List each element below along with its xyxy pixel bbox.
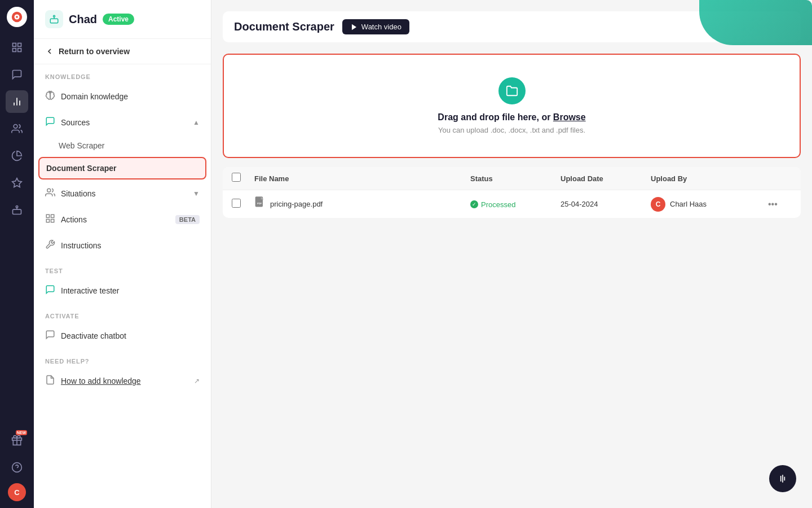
sources-icon xyxy=(45,116,55,129)
knowledge-section-label: KNOWLEDGE xyxy=(34,64,211,84)
domain-knowledge-label: Domain knowledge xyxy=(61,92,200,101)
home-icon[interactable] xyxy=(6,36,28,59)
icon-bar: NEW C xyxy=(0,0,34,508)
sources-label: Sources xyxy=(61,118,187,127)
chart-pie-icon[interactable] xyxy=(6,144,28,167)
analytics-icon[interactable] xyxy=(6,90,28,113)
sidebar-item-actions[interactable]: Actions BETA xyxy=(34,207,211,233)
uploader-cell: C Charl Haas xyxy=(651,197,764,212)
sidebar: Chad Active Return to overview KNOWLEDGE… xyxy=(34,0,211,508)
svg-point-23 xyxy=(47,189,51,192)
user-avatar[interactable]: C xyxy=(8,483,26,501)
sources-chevron: ▲ xyxy=(193,119,200,126)
activate-section-label: ACTIVATE xyxy=(34,304,211,323)
actions-icon xyxy=(45,213,55,226)
main-content: Document Scraper Watch video Drag and dr… xyxy=(211,0,812,508)
sidebar-item-tester[interactable]: Interactive tester xyxy=(34,278,211,304)
bot-icon[interactable] xyxy=(6,199,28,221)
app-logo[interactable] xyxy=(7,7,27,27)
sidebar-item-instructions[interactable]: Instructions xyxy=(34,233,211,259)
svg-rect-4 xyxy=(18,43,21,47)
uploader-name: Charl Haas xyxy=(670,200,707,208)
brain-icon xyxy=(45,90,55,103)
new-badge: NEW xyxy=(16,430,27,435)
webscraper-label: Web Scraper xyxy=(59,141,104,150)
users-icon[interactable] xyxy=(6,117,28,140)
row-checkbox-cell xyxy=(232,199,254,210)
file-pdf-icon: PDF xyxy=(254,196,266,212)
processed-badge: ✓ Processed xyxy=(470,200,515,209)
sidebar-item-situations[interactable]: Situations ▼ xyxy=(34,181,211,207)
file-name-cell: PDF pricing-page.pdf xyxy=(254,196,470,212)
row-checkbox[interactable] xyxy=(232,199,241,208)
svg-rect-6 xyxy=(18,49,21,52)
uploader-avatar: C xyxy=(651,197,665,212)
sidebar-item-deactivate[interactable]: Deactivate chatbot xyxy=(34,323,211,349)
status-badge: Active xyxy=(103,14,134,25)
file-name: pricing-page.pdf xyxy=(270,200,323,208)
col-status: Status xyxy=(470,174,561,183)
svg-rect-24 xyxy=(46,214,49,217)
more-options-button[interactable]: ••• xyxy=(764,197,782,212)
back-button[interactable]: Return to overview xyxy=(34,39,211,64)
watch-video-label: Watch video xyxy=(361,23,401,31)
beta-badge: BETA xyxy=(175,215,200,224)
situations-chevron: ▼ xyxy=(193,190,200,198)
status-text: Processed xyxy=(481,200,515,209)
table-row: PDF pricing-page.pdf ✓ Processed 25-04-2… xyxy=(223,190,801,218)
svg-text:PDF: PDF xyxy=(257,202,262,205)
gift-icon[interactable]: NEW xyxy=(6,429,28,452)
actions-label: Actions xyxy=(61,215,165,224)
status-dot: ✓ xyxy=(470,200,478,208)
svg-rect-25 xyxy=(51,214,54,217)
deactivate-label: Deactivate chatbot xyxy=(61,331,200,340)
table-header: File Name Status Upload Date Upload By xyxy=(223,167,801,190)
svg-marker-28 xyxy=(352,24,356,30)
chat-icon[interactable] xyxy=(6,63,28,86)
sidebar-item-domain[interactable]: Domain knowledge xyxy=(34,84,211,110)
select-all-checkbox[interactable] xyxy=(232,173,241,182)
sidebar-item-sources[interactable]: Sources ▲ xyxy=(34,110,211,135)
col-uploaddate: Upload Date xyxy=(561,174,651,183)
audio-fab-button[interactable] xyxy=(769,465,796,492)
instructions-icon xyxy=(45,239,55,252)
situations-label: Situations xyxy=(61,189,187,198)
svg-point-10 xyxy=(14,125,17,129)
back-label: Return to overview xyxy=(59,47,130,56)
instructions-label: Instructions xyxy=(61,241,200,250)
col-uploadby: Upload By xyxy=(651,174,764,183)
sidebar-subitem-documentscraper[interactable]: Document Scraper xyxy=(38,157,206,179)
svg-point-21 xyxy=(54,15,55,17)
svg-rect-20 xyxy=(50,19,58,23)
help-section-label: NEED HELP? xyxy=(34,349,211,368)
sidebar-item-howto[interactable]: How to add knowledge ↗ xyxy=(34,368,211,394)
drop-zone-subtext: You can upload .doc, .docx, .txt and .pd… xyxy=(438,126,585,134)
header-checkbox-cell xyxy=(232,173,254,184)
page-title: Document Scraper xyxy=(234,20,334,33)
test-section-label: TEST xyxy=(34,259,211,278)
file-drop-zone[interactable]: Drag and drop file here, or Browse You c… xyxy=(223,54,801,158)
situations-icon xyxy=(45,187,55,200)
sidebar-subitem-webscraper[interactable]: Web Scraper xyxy=(34,135,211,156)
deactivate-icon xyxy=(45,330,55,342)
howto-label: How to add knowledge xyxy=(61,376,186,386)
status-cell: ✓ Processed xyxy=(470,199,561,209)
svg-rect-26 xyxy=(46,220,49,222)
upload-date-cell: 25-04-2024 xyxy=(561,200,651,208)
svg-rect-11 xyxy=(13,209,21,214)
svg-rect-27 xyxy=(51,220,54,222)
sidebar-header: Chad Active xyxy=(34,0,211,39)
tester-label: Interactive tester xyxy=(61,286,200,295)
chad-icon xyxy=(45,10,63,28)
svg-rect-3 xyxy=(13,43,16,47)
svg-rect-5 xyxy=(13,49,16,52)
browse-link[interactable]: Browse xyxy=(553,112,586,122)
help-icon[interactable] xyxy=(6,456,28,479)
svg-point-2 xyxy=(16,16,18,18)
file-table: File Name Status Upload Date Upload By P… xyxy=(223,167,801,218)
row-actions-cell: ••• xyxy=(764,197,792,212)
watch-video-button[interactable]: Watch video xyxy=(342,19,409,34)
col-filename: File Name xyxy=(254,174,470,183)
magic-icon[interactable] xyxy=(6,172,28,194)
upload-folder-icon xyxy=(498,77,526,104)
